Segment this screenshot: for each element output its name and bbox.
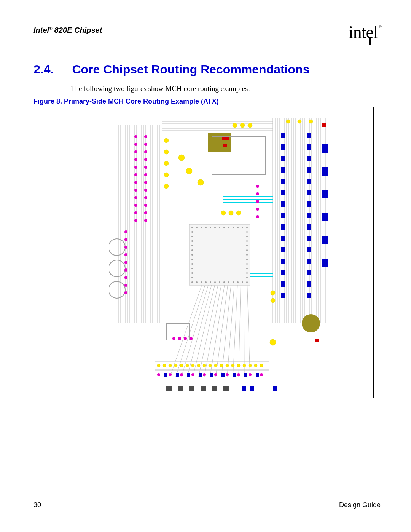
svg-point-157 <box>209 364 212 367</box>
svg-line-48 <box>193 278 217 377</box>
svg-rect-246 <box>307 236 311 241</box>
svg-rect-223 <box>281 144 285 150</box>
svg-rect-228 <box>281 201 285 207</box>
svg-point-193 <box>134 219 137 222</box>
svg-point-122 <box>246 263 248 265</box>
svg-rect-224 <box>281 156 285 161</box>
svg-point-105 <box>191 236 193 237</box>
svg-rect-240 <box>307 167 311 173</box>
svg-rect-241 <box>307 179 311 184</box>
svg-rect-226 <box>281 179 285 184</box>
footer-doc-title: Design Guide <box>339 501 381 509</box>
svg-point-80 <box>201 227 202 228</box>
svg-point-134 <box>164 173 169 177</box>
svg-point-188 <box>134 181 137 184</box>
svg-point-211 <box>190 337 193 340</box>
svg-rect-259 <box>176 373 179 377</box>
svg-point-146 <box>271 298 275 303</box>
svg-rect-258 <box>164 373 167 377</box>
svg-rect-233 <box>281 259 285 264</box>
svg-point-83 <box>214 227 216 228</box>
svg-point-192 <box>134 211 137 214</box>
svg-point-139 <box>233 123 237 128</box>
svg-point-148 <box>157 364 160 367</box>
svg-point-85 <box>223 227 225 228</box>
svg-point-159 <box>220 364 223 367</box>
svg-point-167 <box>286 120 290 123</box>
svg-point-203 <box>256 185 259 188</box>
section-title: Core Chipset Routing Recommendations <box>72 62 309 77</box>
svg-point-153 <box>186 364 189 367</box>
svg-point-162 <box>237 364 240 367</box>
svg-point-110 <box>191 259 193 260</box>
svg-rect-279 <box>223 386 229 391</box>
svg-point-108 <box>191 249 193 251</box>
svg-rect-278 <box>212 386 217 391</box>
svg-point-140 <box>240 123 245 128</box>
svg-point-88 <box>237 227 239 228</box>
svg-point-117 <box>246 240 248 242</box>
svg-point-121 <box>246 259 248 260</box>
svg-rect-254 <box>322 190 328 198</box>
svg-point-175 <box>144 173 147 176</box>
svg-point-101 <box>237 281 239 283</box>
svg-point-113 <box>191 272 193 274</box>
svg-point-186 <box>134 166 137 169</box>
svg-point-195 <box>124 238 127 241</box>
svg-point-210 <box>184 337 187 340</box>
svg-point-161 <box>231 364 234 367</box>
svg-point-174 <box>144 166 147 169</box>
svg-rect-262 <box>210 373 213 377</box>
svg-point-120 <box>246 254 248 256</box>
svg-point-142 <box>221 211 226 215</box>
logo-text-t: t <box>362 22 366 42</box>
svg-point-181 <box>144 219 147 222</box>
svg-rect-237 <box>307 133 311 138</box>
svg-rect-227 <box>281 190 285 195</box>
svg-point-131 <box>164 138 169 143</box>
svg-rect-256 <box>322 236 328 244</box>
svg-point-183 <box>134 143 137 146</box>
svg-point-166 <box>260 364 263 367</box>
svg-point-118 <box>246 245 248 246</box>
svg-point-116 <box>246 236 248 237</box>
svg-point-93 <box>201 281 202 283</box>
svg-point-89 <box>242 227 243 228</box>
svg-rect-247 <box>307 247 311 252</box>
svg-point-171 <box>144 143 147 146</box>
svg-rect-77 <box>189 224 250 285</box>
logo-drop <box>369 38 371 45</box>
svg-point-78 <box>191 227 193 228</box>
svg-point-160 <box>226 364 229 367</box>
svg-line-44 <box>170 278 204 377</box>
svg-point-197 <box>124 253 127 256</box>
running-header: Intel® 820E Chipset <box>33 26 102 35</box>
svg-point-208 <box>172 337 175 340</box>
svg-point-221 <box>260 373 263 376</box>
svg-point-96 <box>214 281 216 283</box>
svg-line-45 <box>176 278 207 377</box>
svg-point-147 <box>271 291 275 295</box>
svg-rect-267 <box>242 386 246 391</box>
svg-point-172 <box>144 150 147 153</box>
svg-line-49 <box>199 278 220 377</box>
svg-point-155 <box>197 364 200 367</box>
figure-frame <box>71 107 374 398</box>
svg-rect-250 <box>307 281 311 287</box>
svg-point-115 <box>246 231 248 233</box>
svg-point-191 <box>134 204 137 207</box>
svg-point-92 <box>196 281 198 283</box>
svg-line-50 <box>204 278 223 377</box>
svg-point-156 <box>203 364 206 367</box>
svg-rect-255 <box>322 213 328 221</box>
svg-point-218 <box>226 373 229 376</box>
svg-point-138 <box>198 179 204 185</box>
svg-point-194 <box>124 230 127 233</box>
svg-rect-231 <box>281 236 285 241</box>
svg-rect-229 <box>281 213 285 218</box>
svg-point-206 <box>256 208 259 211</box>
svg-point-123 <box>246 268 248 269</box>
svg-rect-271 <box>222 137 229 140</box>
logo-reg: ® <box>379 24 381 29</box>
svg-line-47 <box>187 278 213 377</box>
